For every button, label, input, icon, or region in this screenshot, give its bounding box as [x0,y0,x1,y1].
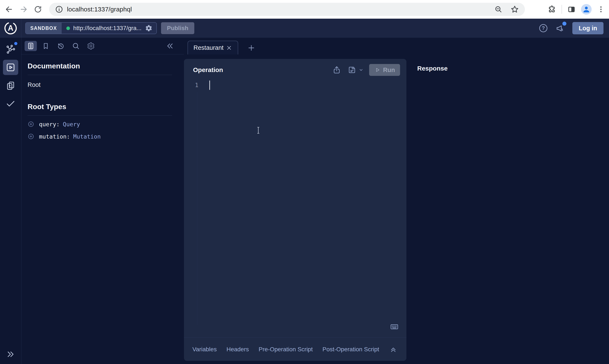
divider [27,116,172,116]
operation-footer: Variables Headers Pre-Operation Script P… [184,338,406,361]
extensions-icon[interactable] [547,5,557,14]
rail-item-graph[interactable] [3,42,18,56]
browser-menu-icon[interactable] [597,5,605,13]
publish-button[interactable]: Publish [161,22,194,34]
expand-rail-icon[interactable] [6,350,15,359]
tab-bar: Restaurant [184,38,406,59]
tab-restaurant[interactable]: Restaurant [188,41,238,54]
connection-status-dot [66,26,70,30]
gutter-divider [197,92,197,325]
type-name[interactable]: Query [63,121,80,128]
run-label: Run [383,66,395,74]
new-tab-icon[interactable] [247,44,256,52]
svg-text:?: ? [542,25,545,31]
doc-content: Documentation Root Root Types query: Que… [21,54,184,140]
search-icon[interactable] [70,41,82,51]
login-button[interactable]: Log in [572,22,604,34]
editor-column: Restaurant Operation [184,38,406,364]
run-button[interactable]: Run [369,64,400,76]
operation-panel: Operation Run [184,59,406,361]
browser-chrome: localhost:1337/graphql [0,0,609,19]
mouse-ibeam-cursor [255,126,262,135]
field-name: mutation: [39,133,70,140]
share-icon[interactable] [332,65,341,74]
root-type-row-mutation[interactable]: mutation: Mutation [27,133,172,140]
collapse-panel-icon[interactable] [166,42,174,50]
graph-icon [5,44,16,54]
explorer-icon [5,62,16,73]
profile-avatar[interactable] [581,4,592,15]
documentation-tab-icon[interactable] [25,41,37,51]
response-title: Response [417,65,448,72]
url-text[interactable]: localhost:1337/graphql [67,6,486,13]
save-icon[interactable] [348,65,356,74]
site-info-icon[interactable] [55,5,63,13]
save-dropdown-icon[interactable] [359,67,364,72]
bookmarks-icon[interactable] [40,41,52,51]
apollo-logo-cell: A [0,19,21,38]
variables-link[interactable]: Variables [192,346,217,353]
endpoint-url[interactable]: http://localhost:1337/gra... [73,25,142,32]
expand-panel-icon[interactable] [389,346,397,353]
graph-notification-dot [14,42,17,45]
announcements-icon[interactable] [555,23,565,33]
keyboard-shortcuts-icon[interactable] [390,322,399,331]
operation-title: Operation [193,66,332,74]
run-play-icon [374,67,381,73]
reload-icon[interactable] [33,4,43,14]
doc-title: Documentation [27,62,172,70]
tab-label: Restaurant [194,44,223,51]
apollo-header: A SANDBOX http://localhost:1337/gra... P… [0,19,609,38]
pages-diff-icon [5,80,16,91]
rail-item-explorer[interactable] [3,60,18,75]
response-panel: Response [406,38,609,364]
endpoint-settings-icon[interactable] [145,24,153,32]
operation-editor[interactable]: 1 [184,80,406,338]
sandbox-badge: SANDBOX [26,23,62,34]
pre-operation-script-link[interactable]: Pre-Operation Script [259,346,313,353]
line-number: 1 [195,82,198,88]
endpoint-box: SANDBOX http://localhost:1337/gra... [25,22,157,34]
save-group[interactable] [348,65,364,74]
divider [27,75,172,75]
add-circle-icon[interactable] [27,133,34,140]
headers-link[interactable]: Headers [227,346,249,353]
url-bar[interactable]: localhost:1337/graphql [49,3,525,16]
svg-text:A: A [8,24,13,32]
post-operation-script-link[interactable]: Post-Operation Script [323,346,379,353]
root-link[interactable]: Root [27,81,40,88]
forward-icon[interactable] [19,4,28,14]
chrome-divider [561,5,562,14]
documentation-panel: Documentation Root Root Types query: Que… [21,38,184,364]
back-icon[interactable] [4,4,14,14]
settings-icon[interactable] [85,41,97,51]
bookmark-star-icon[interactable] [510,5,519,13]
left-icon-rail [0,38,21,364]
rail-item-sandbox-pages[interactable] [3,78,18,93]
rail-item-checks[interactable] [3,96,18,111]
add-circle-icon[interactable] [27,121,34,128]
text-caret [209,80,210,90]
root-type-row-query[interactable]: query: Query [27,121,172,128]
chrome-actions [547,4,605,15]
history-icon[interactable] [55,41,67,51]
help-icon[interactable]: ? [538,23,548,33]
announcements-notification-dot [562,22,566,26]
field-name: query: [39,121,60,128]
root-types-title: Root Types [27,102,172,111]
side-panel-icon[interactable] [567,5,576,14]
close-tab-icon[interactable] [226,45,232,51]
doc-toolbar [21,38,184,54]
zoom-icon[interactable] [494,5,502,13]
main-area: Documentation Root Root Types query: Que… [0,38,609,364]
type-name[interactable]: Mutation [73,133,101,140]
checkmark-icon [5,98,16,108]
operation-header: Operation Run [184,59,406,76]
apollo-logo[interactable]: A [4,21,17,35]
